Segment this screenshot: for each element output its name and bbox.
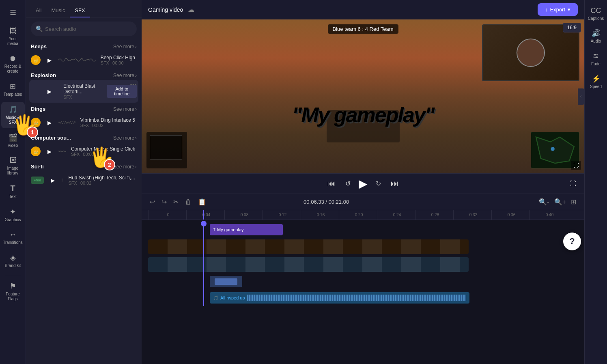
explosion-see-more[interactable]: See more ›: [113, 73, 137, 78]
timeline-ruler: 0 0:04 0:08 0:12 0:16 0:20 0:24 0:28 0:3…: [142, 210, 584, 220]
zoom-in-button[interactable]: 🔍+: [553, 196, 568, 207]
ruler-mark-0: 0: [148, 210, 186, 220]
pip-camera: [482, 24, 579, 81]
delete-button[interactable]: 🗑: [183, 197, 193, 207]
audio-item-computer-mouse[interactable]: 👑 ▶ Computer Mouse Single Click SFX 00:0…: [29, 142, 138, 160]
sidebar-item-text[interactable]: T Text: [1, 181, 25, 202]
sidebar-item-your-media[interactable]: 🖼 Your media: [1, 24, 25, 50]
gameplay-text-overlay: "My gameplay": [292, 103, 434, 127]
add-to-timeline-button[interactable]: Add to timeline: [107, 85, 137, 98]
fit-timeline-button[interactable]: ⊞: [569, 196, 578, 207]
play-pause-button[interactable]: ▶: [359, 177, 368, 190]
sidebar-item-templates[interactable]: ⊞ Templates: [1, 79, 25, 100]
project-name[interactable]: Gaming video: [148, 6, 183, 13]
text-track-content: T My gameplay: [148, 222, 584, 237]
audio-item-beep-click[interactable]: 👑 ▶ Beep Click High SFX 00:00: [29, 51, 138, 69]
music-track-content: 🎵 All hyped up: [148, 291, 584, 305]
ruler-mark-40: 0:40: [530, 210, 568, 220]
play-button-computer[interactable]: ▶: [44, 146, 55, 157]
redo-button[interactable]: ↪: [160, 196, 168, 207]
forward-button[interactable]: ↻: [374, 178, 383, 189]
ruler-mark-12: 0:12: [263, 210, 301, 220]
beeps-see-more[interactable]: See more ›: [113, 44, 137, 50]
video-track-1-clip[interactable]: [148, 239, 469, 254]
audio-item-electrical-blast[interactable]: ••• 👑 ▶ Electrical Blast Distorti... SFX…: [29, 80, 138, 103]
sidebar-item-brand-kit[interactable]: ◈ Brand kit: [1, 250, 25, 271]
dings-see-more[interactable]: See more ›: [113, 106, 137, 112]
audio-item-hud-swish[interactable]: Free ▶ Hud Swish (High Tech, Sci-fi,... …: [29, 171, 138, 189]
fullscreen-video-button[interactable]: ⛶: [568, 179, 578, 189]
play-button-explosion[interactable]: ▶: [44, 86, 55, 97]
right-item-speed[interactable]: ⚡ Speed: [585, 71, 607, 92]
sidebar-item-image-library[interactable]: 🖼 Imagelibrary: [1, 153, 25, 179]
timeline-toolbar: ↩ ↪ ✂ 🗑 📋 00:06.33 / 00:21.00 🔍- 🔍+ ⊞: [142, 194, 584, 210]
waveform-ding: [58, 117, 75, 128]
audio-info-computer: Computer Mouse Single Click SFX 00:00: [69, 146, 137, 157]
beeps-title: Beeps: [31, 43, 47, 50]
play-button-ding[interactable]: ▶: [44, 117, 55, 128]
video-track-2-row: [142, 256, 584, 274]
sidebar-item-video[interactable]: 🎬 Video: [1, 130, 25, 151]
sfx-track-clip[interactable]: [210, 276, 242, 287]
zoom-controls: 🔍- 🔍+ ⊞: [537, 196, 578, 207]
tab-all[interactable]: All: [31, 4, 46, 17]
search-icon: 🔍: [36, 26, 43, 32]
right-item-fade[interactable]: ≋ Fade: [585, 48, 607, 69]
video-preview: Blue team 6 : 4 Red Team "My gameplay": [142, 19, 584, 173]
timeline-ruler-playhead: [203, 210, 204, 220]
copy-button[interactable]: 📋: [196, 196, 208, 207]
undo-button[interactable]: ↩: [148, 196, 157, 207]
video-track-1-content: [148, 239, 584, 254]
sfx-track-content: [148, 274, 584, 289]
sidebar-item-transitions[interactable]: ↔ Transitions: [1, 227, 25, 248]
free-badge: Free: [31, 177, 44, 184]
chevron-right-icon: ›: [135, 164, 137, 170]
audio-info-beep-click: Beep Click High SFX 00:00: [99, 55, 137, 65]
sfx-track-row: [142, 274, 584, 290]
video-track-1-row: [142, 238, 584, 256]
hamburger-menu[interactable]: ☰: [8, 3, 18, 22]
cut-button[interactable]: ✂: [172, 196, 180, 207]
export-button[interactable]: ↑ Export ▾: [538, 3, 578, 16]
music-icon: 🎵: [213, 295, 219, 301]
tab-sfx[interactable]: SFX: [70, 4, 90, 17]
audio-search-bar[interactable]: 🔍: [31, 22, 137, 36]
corner-ui-hud: [146, 132, 187, 168]
dings-title: Dings: [31, 106, 45, 112]
sidebar-item-feature-flags[interactable]: ⚑ FeatureFlags: [1, 278, 25, 305]
sidebar-item-graphics[interactable]: ✦ Graphics: [1, 204, 25, 226]
computer-see-more[interactable]: See more ›: [113, 135, 137, 141]
search-input[interactable]: [45, 26, 132, 32]
video-track-2-clip[interactable]: [148, 257, 469, 272]
timeline: 0 0:04 0:08 0:12 0:16 0:20 0:24 0:28 0:3…: [142, 210, 584, 364]
audio-list: Beeps See more › 👑 ▶ Beep Click High SFX…: [26, 40, 142, 364]
skip-to-start-button[interactable]: ⏮: [326, 177, 337, 190]
video-track-2-content: [148, 257, 584, 272]
fullscreen-button[interactable]: ⛶: [571, 161, 581, 170]
rewind-button[interactable]: ↺: [344, 178, 352, 189]
right-item-captions[interactable]: CC Captions: [585, 3, 607, 24]
play-button-beep-click[interactable]: ▶: [44, 54, 55, 66]
ruler-mark-16: 0:16: [301, 210, 339, 220]
music-track-clip[interactable]: 🎵 All hyped up: [210, 292, 469, 304]
audio-item-vibrimba-ding[interactable]: 👑 ▶ Vibrimba Ding Interface 5 SFX 00:02: [29, 114, 138, 131]
right-item-audio[interactable]: 🔊 Audio: [585, 26, 607, 47]
sidebar-item-music-sfx[interactable]: 🎵 Music &SFX: [1, 102, 25, 128]
skip-to-end-button[interactable]: ⏭: [389, 177, 400, 190]
text-track-clip[interactable]: T My gameplay: [210, 224, 283, 235]
crown-badge-computer: 👑: [31, 146, 41, 156]
zoom-out-button[interactable]: 🔍-: [537, 196, 551, 207]
music-track-row: 🎵 All hyped up: [142, 290, 584, 306]
play-button-scifi[interactable]: ▶: [47, 174, 58, 186]
aspect-ratio-badge[interactable]: 16:9: [563, 23, 581, 32]
section-beeps-header: Beeps See more ›: [29, 40, 138, 51]
scifi-see-more[interactable]: See more ›: [113, 164, 137, 170]
tab-music[interactable]: Music: [46, 4, 70, 17]
help-button[interactable]: ?: [563, 233, 581, 250]
timeline-tracks: T My gameplay: [142, 220, 584, 364]
music-waveform: [247, 295, 466, 301]
collapse-right-panel-button[interactable]: ‹: [578, 88, 584, 105]
sidebar-item-record[interactable]: ⏺ Record &create: [1, 51, 25, 77]
audio-info-scifi: Hud Swish (High Tech, Sci-fi,... SFX 00:…: [67, 175, 137, 185]
section-computer-header: Computer sou... See more ›: [29, 131, 138, 142]
